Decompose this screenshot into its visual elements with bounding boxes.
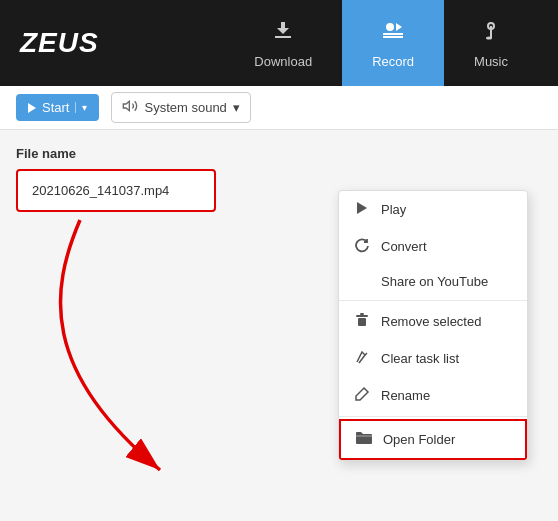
svg-rect-2	[383, 33, 403, 35]
sound-chevron: ▾	[233, 100, 240, 115]
remove-label: Remove selected	[381, 314, 481, 329]
svg-point-6	[486, 36, 492, 39]
svg-marker-7	[124, 101, 130, 110]
svg-point-1	[386, 23, 394, 31]
download-icon	[271, 18, 295, 48]
share-youtube-label: Share on YouTube	[381, 274, 488, 289]
main-content: File name 20210626_141037.mp4 Play	[0, 130, 558, 521]
record-icon	[381, 18, 405, 48]
app-logo: ZEUS	[20, 27, 99, 59]
rename-icon	[353, 386, 371, 405]
convert-icon	[353, 237, 371, 256]
svg-line-13	[365, 353, 367, 355]
context-menu: Play Convert Share on YouTube	[338, 190, 528, 461]
svg-rect-12	[360, 313, 364, 315]
play-menu-icon	[353, 200, 371, 219]
speaker-icon	[122, 98, 138, 117]
red-arrow	[20, 210, 220, 490]
menu-item-convert[interactable]: Convert	[339, 228, 527, 265]
clear-icon	[353, 349, 371, 368]
menu-item-open-folder[interactable]: Open Folder	[339, 419, 527, 460]
rename-label: Rename	[381, 388, 430, 403]
file-item[interactable]: 20210626_141037.mp4	[16, 169, 216, 212]
menu-item-play[interactable]: Play	[339, 191, 527, 228]
nav-tabs: Download Record Music	[224, 0, 538, 86]
music-icon	[479, 18, 503, 48]
play-icon	[28, 103, 36, 113]
menu-item-rename[interactable]: Rename	[339, 377, 527, 414]
svg-rect-3	[383, 36, 403, 38]
download-tab-label: Download	[254, 54, 312, 69]
start-button[interactable]: Start ▾	[16, 94, 99, 121]
music-tab-label: Music	[474, 54, 508, 69]
menu-divider-1	[339, 300, 527, 301]
convert-label: Convert	[381, 239, 427, 254]
open-folder-label: Open Folder	[383, 432, 455, 447]
system-sound-label: System sound	[144, 100, 226, 115]
start-label: Start	[42, 100, 69, 115]
toolbar: Start ▾ System sound ▾	[0, 86, 558, 130]
svg-rect-11	[356, 315, 368, 317]
clear-label: Clear task list	[381, 351, 459, 366]
app-header: ZEUS Download Record	[0, 0, 558, 86]
nav-tab-record[interactable]: Record	[342, 0, 444, 86]
menu-item-remove[interactable]: Remove selected	[339, 303, 527, 340]
start-chevron: ▾	[75, 102, 87, 113]
svg-rect-10	[358, 318, 366, 326]
nav-tab-music[interactable]: Music	[444, 0, 538, 86]
menu-item-clear[interactable]: Clear task list	[339, 340, 527, 377]
play-label: Play	[381, 202, 406, 217]
record-tab-label: Record	[372, 54, 414, 69]
folder-icon	[355, 430, 373, 449]
nav-tab-download[interactable]: Download	[224, 0, 342, 86]
svg-rect-0	[275, 36, 291, 38]
menu-divider-2	[339, 416, 527, 417]
svg-marker-9	[357, 202, 367, 214]
system-sound-button[interactable]: System sound ▾	[111, 92, 250, 123]
trash-icon	[353, 312, 371, 331]
menu-item-share-youtube[interactable]: Share on YouTube	[339, 265, 527, 298]
file-name-label: File name	[16, 146, 542, 161]
